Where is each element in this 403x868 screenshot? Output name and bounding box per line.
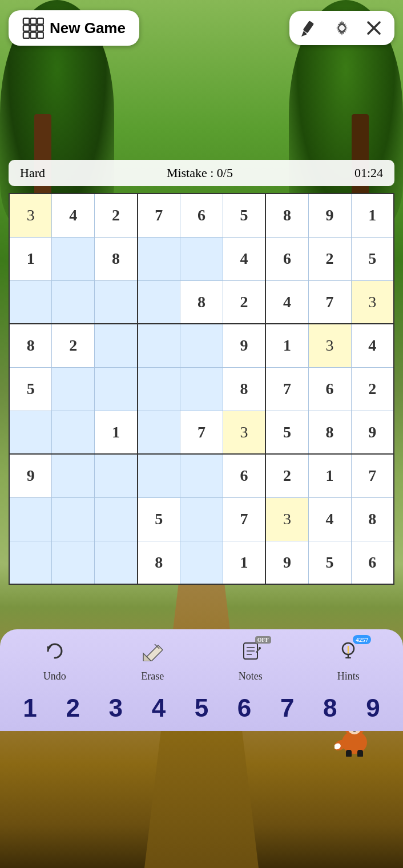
table-row[interactable] [180, 324, 223, 367]
num-btn-7[interactable]: 7 [269, 694, 306, 722]
table-row[interactable]: 4 [308, 497, 351, 541]
table-row[interactable]: 6 [265, 237, 308, 280]
table-row[interactable]: 9 [223, 324, 265, 367]
table-row[interactable] [180, 454, 223, 497]
table-row[interactable]: 8 [9, 324, 52, 367]
table-row[interactable]: 5 [351, 237, 394, 280]
table-row[interactable] [138, 411, 180, 454]
table-row[interactable]: 7 [351, 454, 394, 497]
table-row[interactable]: 5 [9, 367, 52, 411]
table-row[interactable]: 4 [351, 324, 394, 367]
table-row[interactable] [138, 367, 180, 411]
num-btn-1[interactable]: 1 [11, 694, 49, 722]
table-row[interactable]: 7 [138, 194, 180, 237]
table-row[interactable] [52, 367, 95, 411]
table-row[interactable] [95, 497, 138, 541]
table-row[interactable]: 6 [180, 194, 223, 237]
table-row[interactable] [180, 237, 223, 280]
table-row[interactable]: 1 [351, 194, 394, 237]
table-row[interactable]: 8 [265, 194, 308, 237]
table-row[interactable]: 8 [95, 237, 138, 280]
table-row[interactable]: 4 [52, 194, 95, 237]
table-row[interactable]: 9 [265, 541, 308, 584]
table-row[interactable] [52, 237, 95, 280]
table-row[interactable]: 6 [351, 541, 394, 584]
num-btn-9[interactable]: 9 [354, 694, 392, 722]
table-row[interactable] [9, 497, 52, 541]
table-row[interactable] [95, 367, 138, 411]
table-row[interactable] [52, 541, 95, 584]
table-row[interactable] [95, 280, 138, 324]
table-row[interactable]: 1 [223, 541, 265, 584]
table-row[interactable]: 5 [223, 194, 265, 237]
table-row[interactable]: 7 [180, 411, 223, 454]
table-row[interactable] [138, 237, 180, 280]
table-row[interactable] [52, 454, 95, 497]
table-row[interactable]: 8 [138, 541, 180, 584]
table-row[interactable]: 5 [265, 411, 308, 454]
undo-tool[interactable]: Undo [32, 641, 78, 682]
table-row[interactable] [95, 454, 138, 497]
table-row[interactable]: 2 [351, 367, 394, 411]
table-row[interactable]: 5 [138, 497, 180, 541]
sudoku-grid: 3427658911846258247382913458762173589962… [9, 193, 394, 585]
table-row[interactable]: 8 [180, 280, 223, 324]
table-row[interactable]: 2 [95, 194, 138, 237]
settings-button[interactable] [331, 17, 353, 39]
table-row[interactable]: 3 [308, 324, 351, 367]
table-row[interactable] [9, 411, 52, 454]
hints-tool[interactable]: 4257 Hints [325, 641, 371, 682]
table-row[interactable]: 8 [308, 411, 351, 454]
table-row[interactable] [52, 497, 95, 541]
table-row[interactable]: 6 [223, 454, 265, 497]
status-bar: Hard Mistake : 0/5 01:24 [9, 160, 394, 186]
table-row[interactable]: 6 [308, 367, 351, 411]
table-row[interactable] [9, 280, 52, 324]
table-row[interactable] [180, 367, 223, 411]
num-btn-2[interactable]: 2 [54, 694, 91, 722]
table-row[interactable]: 4 [265, 280, 308, 324]
table-row[interactable]: 9 [351, 411, 394, 454]
table-row[interactable]: 1 [265, 324, 308, 367]
num-btn-3[interactable]: 3 [97, 694, 134, 722]
table-row[interactable] [52, 280, 95, 324]
table-row[interactable] [180, 541, 223, 584]
table-row[interactable]: 1 [95, 411, 138, 454]
table-row[interactable] [138, 280, 180, 324]
erase-tool[interactable]: Erase [130, 641, 175, 682]
table-row[interactable]: 7 [308, 280, 351, 324]
table-row[interactable] [138, 454, 180, 497]
new-game-button[interactable]: New Game [9, 10, 139, 46]
table-row[interactable]: 2 [52, 324, 95, 367]
table-row[interactable]: 9 [9, 454, 52, 497]
table-row[interactable] [180, 497, 223, 541]
table-row[interactable]: 3 [223, 411, 265, 454]
table-row[interactable]: 9 [308, 194, 351, 237]
table-row[interactable]: 3 [9, 194, 52, 237]
num-btn-4[interactable]: 4 [140, 694, 177, 722]
paint-button[interactable] [299, 17, 321, 39]
table-row[interactable]: 8 [351, 497, 394, 541]
table-row[interactable]: 7 [265, 367, 308, 411]
table-row[interactable] [138, 324, 180, 367]
table-row[interactable]: 3 [351, 280, 394, 324]
close-button[interactable] [362, 17, 385, 39]
table-row[interactable]: 2 [265, 454, 308, 497]
num-btn-8[interactable]: 8 [312, 694, 349, 722]
table-row[interactable]: 5 [308, 541, 351, 584]
notes-tool[interactable]: OFF Notes [228, 641, 273, 682]
num-btn-6[interactable]: 6 [226, 694, 263, 722]
table-row[interactable]: 3 [265, 497, 308, 541]
num-btn-5[interactable]: 5 [183, 694, 220, 722]
table-row[interactable] [9, 541, 52, 584]
table-row[interactable]: 1 [9, 237, 52, 280]
table-row[interactable] [95, 541, 138, 584]
table-row[interactable]: 2 [308, 237, 351, 280]
table-row[interactable]: 4 [223, 237, 265, 280]
table-row[interactable]: 7 [223, 497, 265, 541]
table-row[interactable] [95, 324, 138, 367]
table-row[interactable]: 1 [308, 454, 351, 497]
table-row[interactable]: 8 [223, 367, 265, 411]
table-row[interactable]: 2 [223, 280, 265, 324]
table-row[interactable] [52, 411, 95, 454]
